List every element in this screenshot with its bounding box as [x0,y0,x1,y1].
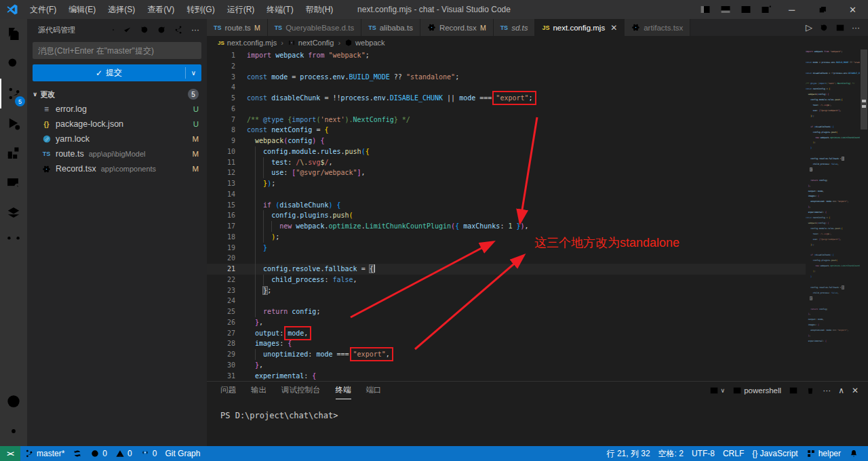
close-tab-icon[interactable]: ✕ [610,23,617,33]
activity-settings[interactable] [0,416,27,446]
scm-file-Record.tsx[interactable]: Record.tsx app\components M [27,161,207,176]
line-number: 31 [207,371,247,382]
menu-文件(F)[interactable]: 文件(F) [24,0,62,19]
menu-终端(T)[interactable]: 终端(T) [260,0,299,19]
git-graph-icon[interactable] [172,24,184,36]
menu-帮助(H)[interactable]: 帮助(H) [300,0,340,19]
status-notifications-bell[interactable] [845,446,863,461]
scm-file-error.log[interactable]: ≡ error.log U [27,102,207,117]
line-number: 11 [207,157,247,168]
close-button[interactable]: ✕ [837,0,868,19]
toggle-sidebar-icon[interactable] [695,0,715,19]
panel-tab-问题[interactable]: 问题 [220,382,236,399]
activity-remote-explorer[interactable] [0,168,27,198]
remote-indicator[interactable]: >< [0,446,20,461]
more-actions-icon[interactable]: ··· [852,23,860,33]
menu-运行(R)[interactable]: 运行(R) [221,0,261,19]
activity-source-control[interactable]: 5 [0,79,27,108]
symvar-icon [288,39,296,47]
line-number: 6 [207,104,247,115]
terminal-icon [709,386,719,395]
code-editor[interactable]: 1import webpack from "webpack"; 2 3const… [207,49,868,381]
tab-route.ts[interactable]: TSroute.ts M [207,19,268,36]
status-warnings[interactable]: 0 [111,446,136,461]
menu-选择(S)[interactable]: 选择(S) [102,0,141,19]
changes-count-badge: 5 [188,89,199,100]
kill-terminal-icon[interactable] [806,386,815,395]
breadcrumb-nextConfig[interactable]: nextConfig [288,39,334,47]
status-cursor-position[interactable]: 行 21, 列 32 [603,446,654,461]
tab-Record.tsx[interactable]: Record.tsx M [420,19,494,36]
status-git-graph[interactable]: Git Graph [161,446,204,461]
status-bar: >< master*000Git Graph 行 21, 列 32空格: 2UT… [0,446,868,461]
menu-查看(V)[interactable]: 查看(V) [141,0,180,19]
toggle-panel-icon[interactable] [715,0,736,19]
terminal-icon [732,386,742,395]
breadcrumb-webpack[interactable]: webpack [344,39,384,47]
more-actions-icon[interactable]: ··· [823,386,831,395]
customize-layout-icon[interactable] [756,0,776,19]
minimap[interactable]: import webpack from "webpack"; const mod… [806,49,860,381]
line-number: 19 [207,243,247,254]
breadcrumb-next.config.mjs[interactable]: JSnext.config.mjs [218,39,277,47]
terminal-instance[interactable]: powershell [732,386,781,395]
close-panel-icon[interactable]: ✕ [852,386,859,395]
code-line-21: 21 config.resolve.fallback = { [207,264,806,275]
restore-button[interactable] [807,0,837,19]
status-helper-extension[interactable]: helper [802,446,845,461]
view-as-list-icon [106,25,115,35]
activity-layers[interactable] [0,198,27,228]
tab-artifacts.tsx[interactable]: artifacts.tsx [625,19,690,36]
menu-转到(G)[interactable]: 转到(G) [180,0,220,19]
activity-search[interactable] [0,49,27,79]
scm-file-package-lock.json[interactable]: {} package-lock.json U [27,117,207,132]
scm-file-yarn.lock[interactable]: yarn.lock M [27,132,207,146]
tab-sd.ts[interactable]: TSsd.ts [494,19,536,36]
status-indentation[interactable]: 空格: 2 [654,446,688,461]
tab-alibaba.ts[interactable]: TSalibaba.ts [361,19,420,36]
status-git-branch[interactable]: master* [20,446,68,461]
panel-tab-调试控制台[interactable]: 调试控制台 [281,382,321,399]
scm-file-route.ts[interactable]: TS route.ts app\api\bigModel M [27,146,207,161]
status-eol[interactable]: CRLF [719,446,748,461]
changes-section-header[interactable]: ∨ 更改 5 [27,87,207,102]
commit-dropdown-chevron-icon[interactable]: ∨ [186,69,201,77]
status-language-mode[interactable]: {} JavaScript [748,446,802,461]
terminal-prompt[interactable]: PS D:\project\chat\chat> [220,410,868,421]
git-status-letter: M [192,165,199,173]
panel-tab-终端[interactable]: 终端 [336,382,351,399]
history-icon[interactable] [138,24,151,36]
activity-explorer[interactable] [0,19,27,49]
account-icon [6,394,21,409]
status-errors[interactable]: 0 [86,446,111,461]
run-file-icon[interactable]: ▷ [806,22,812,33]
activity-account[interactable] [0,386,27,416]
maximize-panel-icon[interactable]: ∧ [838,386,844,395]
view-as-list-icon[interactable] [104,24,117,36]
timeline-history-icon[interactable] [819,23,829,33]
minimize-button[interactable]: ─ [776,0,807,19]
commit-check-icon[interactable] [121,24,134,36]
refresh-icon[interactable] [155,24,167,36]
toggle-secondary-sidebar-icon[interactable] [736,0,756,19]
launch-profile-button[interactable]: ∨ [709,386,726,395]
commit-message-input[interactable] [33,42,201,59]
menu-编辑(E)[interactable]: 编辑(E) [62,0,102,19]
activity-tools[interactable] [0,228,27,258]
tab-next.config.mjs[interactable]: JSnext.config.mjs ✕ [535,19,625,36]
status-ports-broadcast[interactable]: 0 [136,446,161,461]
activity-extensions[interactable] [0,138,27,168]
editor-scrollbar[interactable] [861,49,867,129]
split-editor-icon[interactable] [835,23,845,33]
tab-QueryableBase.d.ts[interactable]: TSQueryableBase.d.ts [268,19,362,36]
status-encoding[interactable]: UTF-8 [688,446,719,461]
panel-tab-输出[interactable]: 输出 [251,382,267,399]
react-file-icon [631,23,640,32]
commit-button[interactable]: ✓ 提交 ∨ [33,64,201,81]
more-actions-icon[interactable]: ··· [189,24,201,36]
status-git-sync[interactable] [68,446,86,461]
split-terminal-icon[interactable] [789,386,798,395]
activity-run-and-debug[interactable] [0,108,27,138]
line-number: 27 [207,328,247,339]
panel-tab-端口[interactable]: 端口 [366,382,382,399]
